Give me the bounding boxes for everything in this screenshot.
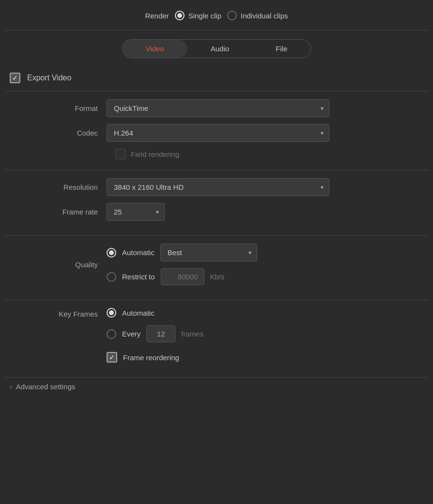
- format-label: Format: [10, 104, 107, 112]
- quality-section: Quality Automatic Best High Medium Low ▾: [0, 236, 433, 300]
- resolution-select-wrap: 3840 x 2160 Ultra HD 1920 x 1080 HD 1280…: [107, 178, 329, 196]
- keyframes-section: Key Frames Automatic Every frames ✓ Fram…: [0, 300, 433, 377]
- frame-reordering-checkmark-icon: ✓: [109, 354, 115, 361]
- field-rendering-row: Field rendering: [10, 149, 423, 159]
- quality-restrict-input[interactable]: [161, 268, 204, 285]
- keyframes-every-input[interactable]: [146, 325, 175, 342]
- tab-video[interactable]: Video: [123, 40, 187, 58]
- single-clip-label: Single clip: [188, 12, 221, 20]
- keyframes-label: Key Frames: [10, 308, 107, 318]
- quality-row: Quality Automatic Best High Medium Low ▾: [10, 244, 423, 285]
- quality-automatic-row: Automatic Best High Medium Low ▾: [107, 244, 257, 261]
- framerate-label: Frame rate: [10, 208, 107, 216]
- quality-automatic-label: Automatic: [122, 248, 155, 257]
- quality-label: Quality: [10, 260, 107, 269]
- framerate-select-wrap: 23.976 24 25 29.97 30 50 59.94 60 ▾: [107, 203, 165, 221]
- single-clip-option[interactable]: Single clip: [175, 11, 221, 20]
- keyframes-every-label: Every: [122, 330, 140, 338]
- format-section: Format QuickTime MP4 AVI MKV ▾ Codec H.2…: [0, 92, 433, 170]
- keyframes-options: Automatic Every frames ✓ Frame reorderin…: [107, 308, 203, 363]
- frame-reordering-label: Frame reordering: [123, 353, 179, 362]
- codec-row: Codec H.264 H.265 ProRes DNxHD ▾: [10, 124, 423, 142]
- quality-restrict-radio[interactable]: [107, 272, 116, 282]
- export-video-checkbox[interactable]: ✓: [10, 73, 20, 83]
- tab-file[interactable]: File: [252, 40, 310, 58]
- codec-select-wrap: H.264 H.265 ProRes DNxHD ▾: [107, 124, 329, 142]
- quality-restrict-row: Restrict to Kb/s: [107, 268, 257, 285]
- resolution-select[interactable]: 3840 x 2160 Ultra HD 1920 x 1080 HD 1280…: [107, 178, 329, 196]
- keyframes-every-radio[interactable]: [107, 329, 116, 339]
- advanced-settings-row[interactable]: › Advanced settings: [0, 378, 433, 400]
- field-rendering-label: Field rendering: [131, 150, 179, 158]
- keyframes-automatic-row: Automatic: [107, 308, 203, 318]
- format-select-wrap: QuickTime MP4 AVI MKV ▾: [107, 99, 329, 117]
- codec-label: Codec: [10, 129, 107, 137]
- individual-clips-label: Individual clips: [241, 12, 288, 20]
- keyframes-automatic-radio[interactable]: [107, 308, 116, 318]
- individual-clips-radio[interactable]: [227, 11, 237, 20]
- resolution-row: Resolution 3840 x 2160 Ultra HD 1920 x 1…: [10, 178, 423, 196]
- keyframes-automatic-label: Automatic: [122, 309, 155, 317]
- keyframes-every-unit: frames: [181, 330, 203, 338]
- frame-reordering-checkbox[interactable]: ✓: [107, 352, 117, 363]
- checkmark-icon: ✓: [12, 75, 18, 81]
- single-clip-radio[interactable]: [175, 11, 185, 20]
- tabs-row: Video Audio File: [0, 31, 433, 67]
- main-container: Render Single clip Individual clips Vide…: [0, 0, 433, 400]
- render-label: Render: [145, 12, 169, 20]
- quality-restrict-label: Restrict to: [122, 273, 155, 281]
- advanced-settings-label: Advanced settings: [16, 382, 76, 391]
- export-video-row: ✓ Export Video: [0, 67, 433, 91]
- framerate-row: Frame rate 23.976 24 25 29.97 30 50 59.9…: [10, 203, 423, 221]
- individual-clips-option[interactable]: Individual clips: [227, 11, 288, 20]
- resolution-label: Resolution: [10, 183, 107, 191]
- field-rendering-checkbox[interactable]: [115, 149, 126, 159]
- keyframes-every-row: Every frames: [107, 325, 203, 342]
- quality-best-select-wrap: Best High Medium Low ▾: [160, 244, 257, 261]
- quality-best-select[interactable]: Best High Medium Low: [160, 244, 257, 261]
- render-row: Render Single clip Individual clips: [0, 0, 433, 30]
- frame-reordering-row: ✓ Frame reordering: [107, 352, 203, 363]
- keyframes-row: Key Frames Automatic Every frames ✓ Fram…: [10, 308, 423, 363]
- tabs-container: Video Audio File: [122, 39, 311, 58]
- format-select[interactable]: QuickTime MP4 AVI MKV: [107, 99, 329, 117]
- quality-automatic-radio[interactable]: [107, 248, 116, 258]
- export-video-label: Export Video: [27, 74, 71, 82]
- quality-options-group: Automatic Best High Medium Low ▾ Restric…: [107, 244, 257, 285]
- resolution-section: Resolution 3840 x 2160 Ultra HD 1920 x 1…: [0, 170, 433, 235]
- format-row: Format QuickTime MP4 AVI MKV ▾: [10, 99, 423, 117]
- framerate-select[interactable]: 23.976 24 25 29.97 30 50 59.94 60: [107, 203, 165, 221]
- quality-restrict-unit: Kb/s: [210, 273, 225, 281]
- tab-audio[interactable]: Audio: [187, 40, 252, 58]
- codec-select[interactable]: H.264 H.265 ProRes DNxHD: [107, 124, 329, 142]
- advanced-settings-chevron-icon: ›: [10, 383, 12, 391]
